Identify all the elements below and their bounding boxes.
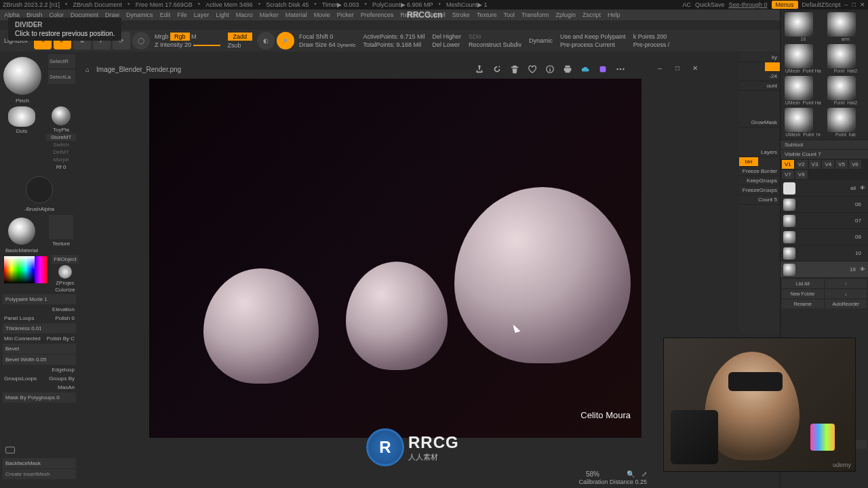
eye-icon[interactable]: 👁 [860, 185, 865, 191]
tab-v8[interactable]: V8 [795, 170, 808, 179]
dynamic2-label[interactable]: Dynamic [529, 37, 553, 44]
seethrough-slider[interactable]: See-through 0 [728, 1, 767, 8]
menu-texture[interactable]: Texture [477, 12, 497, 18]
menu-file[interactable]: File [177, 12, 187, 18]
tab-v6[interactable]: V6 [849, 160, 861, 169]
drawsize-label[interactable]: Draw Size [299, 41, 327, 48]
zoom-icon[interactable]: 🔍 [627, 470, 635, 478]
eye-icon[interactable]: 👁 [860, 266, 865, 272]
tool-thumb[interactable] [785, 44, 813, 68]
menu-material[interactable]: Material [285, 12, 307, 18]
tab-v4[interactable]: V4 [822, 160, 834, 169]
menus-toggle[interactable]: Menus [772, 1, 798, 9]
color-picker[interactable] [4, 256, 47, 283]
menu-transform[interactable]: Transform [521, 12, 549, 18]
selectlasso-btn[interactable]: SelectLa [48, 70, 75, 84]
tab-v1[interactable]: V1 [782, 160, 794, 169]
subtool-row[interactable]: 08 [781, 229, 868, 245]
sculptris-icon[interactable]: ◐ [257, 32, 275, 49]
menu-tool[interactable]: Tool [503, 12, 515, 18]
tool-thumb[interactable] [827, 12, 856, 37]
print-icon[interactable] [563, 64, 572, 74]
minconnected-btn[interactable]: Min Connected [4, 336, 41, 342]
usekeep-btn[interactable]: Use and Keep Polypaint [560, 33, 626, 40]
menu-marker[interactable]: Marker [260, 12, 279, 18]
menu-movie[interactable]: Movie [314, 12, 330, 18]
subtool-row[interactable]: all👁 [781, 180, 868, 197]
backfacemask-btn[interactable]: BackfaceMask [3, 458, 76, 468]
rgb-btn[interactable]: Rgb [170, 33, 190, 41]
edgeloop-btn[interactable]: Edgeloop [52, 367, 75, 373]
zoom-level[interactable]: 58% [586, 470, 599, 478]
reconstruct-btn[interactable]: Reconstruct Subdiv [469, 41, 521, 48]
fr-ount[interactable]: ount [739, 81, 780, 91]
zoomfit-icon[interactable]: ⤢ [642, 470, 647, 478]
viewer-home-icon[interactable]: ⌂ [85, 66, 90, 73]
elevation-btn[interactable]: Elevation [52, 306, 75, 312]
m-btn[interactable]: M [191, 33, 197, 40]
tool-thumb[interactable] [827, 108, 856, 132]
export-icon[interactable] [475, 64, 484, 74]
dellower-btn[interactable]: Del Lower [432, 41, 461, 48]
tool-thumb[interactable] [785, 12, 813, 37]
polypaint-mode[interactable]: Polypaint Mode 1 [3, 294, 76, 304]
menu-zscript[interactable]: Zscript [583, 12, 601, 18]
menu-picker[interactable]: Picker [337, 12, 354, 18]
bevel-slider[interactable]: Bevel [3, 344, 76, 354]
menu-zplugin[interactable]: Zplugin [556, 12, 576, 18]
toyplastic-thumb[interactable] [52, 106, 71, 125]
more-icon[interactable] [616, 64, 625, 74]
newfolder-btn[interactable]: New Folder [782, 289, 824, 298]
menu-edit[interactable]: Edit [160, 12, 171, 18]
dynamic-label[interactable]: Dynamic [337, 43, 355, 47]
selectrect-btn[interactable]: SelectR [48, 54, 75, 68]
calibration-distance[interactable]: Calibration Distance 0.25 [578, 479, 647, 485]
groupsloops-btn[interactable]: GroupsLoops [4, 375, 37, 382]
material-preview[interactable] [8, 218, 35, 245]
polish0-btn[interactable]: Polish 0 [56, 315, 75, 321]
subtool-header[interactable]: Subtool [781, 140, 868, 149]
tab-v5[interactable]: V5 [835, 160, 848, 169]
arrow-up-icon[interactable]: ↑ [825, 279, 867, 288]
focalshift-slider[interactable]: Focal Shift 0 [299, 33, 355, 40]
delete-icon[interactable] [510, 64, 519, 74]
menu-light[interactable]: Light [216, 12, 229, 18]
tool-thumb[interactable] [785, 108, 813, 132]
tab-v3[interactable]: V3 [809, 160, 821, 169]
rf-slider[interactable]: Rf 0 [46, 163, 76, 171]
panelloops-btn[interactable]: Panel Loops [4, 315, 34, 321]
rotate-icon[interactable] [492, 64, 502, 74]
menu-stroke[interactable]: Stroke [452, 12, 470, 18]
subtool-row[interactable]: 07 [781, 213, 868, 229]
growmask-btn[interactable]: GrowMask [739, 118, 780, 127]
subtool-row[interactable]: 10 [781, 245, 868, 262]
tool-thumb[interactable] [827, 44, 856, 68]
groupsby-btn[interactable]: Groups By [49, 375, 75, 382]
maximize-icon[interactable]: □ [852, 1, 856, 8]
drawsize-value[interactable]: 64 [329, 41, 336, 48]
texture-preview[interactable] [49, 215, 73, 239]
quicksave-btn[interactable]: QuickSave [695, 1, 725, 8]
freezegroups-btn[interactable]: FreezeGroups [739, 186, 780, 195]
fr-24[interactable]: -24 [739, 72, 780, 81]
delhigher-btn[interactable]: Del Higher [432, 33, 461, 40]
kpoints-slider[interactable]: k Points 200 [633, 33, 670, 40]
default-zscript[interactable]: DefaultZScript [802, 1, 841, 8]
cloud-icon[interactable] [580, 64, 590, 74]
stroke-preview[interactable] [8, 106, 35, 127]
preproc-btn[interactable]: Pre-process Current [560, 41, 626, 48]
menu-layer[interactable]: Layer [194, 12, 210, 18]
dynamesh-icon[interactable]: ✹ [277, 32, 294, 49]
bin-btn[interactable]: bin [739, 157, 758, 167]
delmt-btn[interactable]: DelMT [46, 148, 76, 156]
minimize-window-icon[interactable]: – [655, 64, 665, 74]
gizmo-icon[interactable]: ◯ [132, 32, 150, 49]
zproject-thumb[interactable] [58, 265, 72, 279]
preproc2-btn[interactable]: Pre-process / [633, 41, 670, 48]
fr-badge[interactable] [765, 62, 780, 72]
tab-v7[interactable]: V7 [782, 170, 794, 179]
maskbypoly-slider[interactable]: Mask By Polygroups 0 [3, 392, 76, 403]
menu-dynamics[interactable]: Dynamics [126, 12, 153, 18]
minimize-icon[interactable]: – [845, 1, 848, 8]
sdiv-slider[interactable]: SDiv [469, 33, 521, 40]
